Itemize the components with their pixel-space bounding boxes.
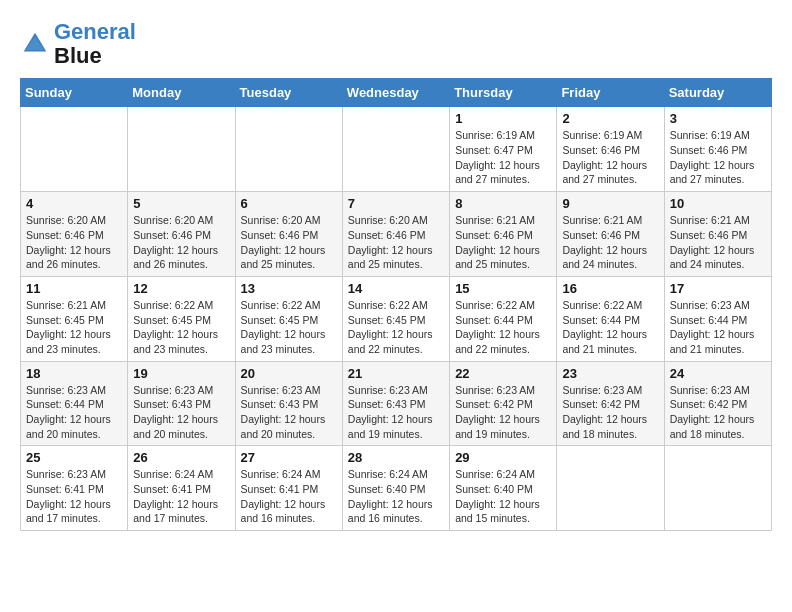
day-number: 1 bbox=[455, 111, 551, 126]
day-cell: 10Sunrise: 6:21 AMSunset: 6:46 PMDayligh… bbox=[664, 192, 771, 277]
day-info: Sunrise: 6:20 AMSunset: 6:46 PMDaylight:… bbox=[348, 213, 444, 272]
day-number: 27 bbox=[241, 450, 337, 465]
day-number: 4 bbox=[26, 196, 122, 211]
day-cell: 29Sunrise: 6:24 AMSunset: 6:40 PMDayligh… bbox=[450, 446, 557, 531]
day-cell bbox=[235, 107, 342, 192]
day-info: Sunrise: 6:23 AMSunset: 6:43 PMDaylight:… bbox=[348, 383, 444, 442]
day-cell: 2Sunrise: 6:19 AMSunset: 6:46 PMDaylight… bbox=[557, 107, 664, 192]
day-number: 29 bbox=[455, 450, 551, 465]
day-number: 12 bbox=[133, 281, 229, 296]
day-info: Sunrise: 6:20 AMSunset: 6:46 PMDaylight:… bbox=[241, 213, 337, 272]
day-cell: 21Sunrise: 6:23 AMSunset: 6:43 PMDayligh… bbox=[342, 361, 449, 446]
day-info: Sunrise: 6:23 AMSunset: 6:41 PMDaylight:… bbox=[26, 467, 122, 526]
week-row-4: 18Sunrise: 6:23 AMSunset: 6:44 PMDayligh… bbox=[21, 361, 772, 446]
day-info: Sunrise: 6:24 AMSunset: 6:41 PMDaylight:… bbox=[241, 467, 337, 526]
day-cell: 13Sunrise: 6:22 AMSunset: 6:45 PMDayligh… bbox=[235, 276, 342, 361]
day-number: 11 bbox=[26, 281, 122, 296]
day-number: 6 bbox=[241, 196, 337, 211]
day-info: Sunrise: 6:23 AMSunset: 6:43 PMDaylight:… bbox=[133, 383, 229, 442]
day-number: 3 bbox=[670, 111, 766, 126]
day-info: Sunrise: 6:21 AMSunset: 6:45 PMDaylight:… bbox=[26, 298, 122, 357]
day-number: 2 bbox=[562, 111, 658, 126]
day-cell: 11Sunrise: 6:21 AMSunset: 6:45 PMDayligh… bbox=[21, 276, 128, 361]
day-cell: 25Sunrise: 6:23 AMSunset: 6:41 PMDayligh… bbox=[21, 446, 128, 531]
day-number: 23 bbox=[562, 366, 658, 381]
day-cell: 23Sunrise: 6:23 AMSunset: 6:42 PMDayligh… bbox=[557, 361, 664, 446]
weekday-header-sunday: Sunday bbox=[21, 79, 128, 107]
day-info: Sunrise: 6:23 AMSunset: 6:42 PMDaylight:… bbox=[562, 383, 658, 442]
day-info: Sunrise: 6:20 AMSunset: 6:46 PMDaylight:… bbox=[26, 213, 122, 272]
day-number: 17 bbox=[670, 281, 766, 296]
weekday-header-saturday: Saturday bbox=[664, 79, 771, 107]
day-cell: 14Sunrise: 6:22 AMSunset: 6:45 PMDayligh… bbox=[342, 276, 449, 361]
weekday-header-monday: Monday bbox=[128, 79, 235, 107]
day-cell: 3Sunrise: 6:19 AMSunset: 6:46 PMDaylight… bbox=[664, 107, 771, 192]
day-number: 22 bbox=[455, 366, 551, 381]
day-number: 7 bbox=[348, 196, 444, 211]
day-info: Sunrise: 6:21 AMSunset: 6:46 PMDaylight:… bbox=[670, 213, 766, 272]
page-header: GeneralBlue bbox=[20, 20, 772, 68]
day-number: 21 bbox=[348, 366, 444, 381]
logo: GeneralBlue bbox=[20, 20, 136, 68]
logo-icon bbox=[20, 29, 50, 59]
day-cell: 15Sunrise: 6:22 AMSunset: 6:44 PMDayligh… bbox=[450, 276, 557, 361]
weekday-header-friday: Friday bbox=[557, 79, 664, 107]
day-cell: 19Sunrise: 6:23 AMSunset: 6:43 PMDayligh… bbox=[128, 361, 235, 446]
day-cell: 12Sunrise: 6:22 AMSunset: 6:45 PMDayligh… bbox=[128, 276, 235, 361]
weekday-header-wednesday: Wednesday bbox=[342, 79, 449, 107]
day-number: 18 bbox=[26, 366, 122, 381]
day-info: Sunrise: 6:19 AMSunset: 6:47 PMDaylight:… bbox=[455, 128, 551, 187]
day-info: Sunrise: 6:22 AMSunset: 6:45 PMDaylight:… bbox=[348, 298, 444, 357]
day-info: Sunrise: 6:23 AMSunset: 6:42 PMDaylight:… bbox=[670, 383, 766, 442]
week-row-2: 4Sunrise: 6:20 AMSunset: 6:46 PMDaylight… bbox=[21, 192, 772, 277]
day-number: 24 bbox=[670, 366, 766, 381]
day-number: 19 bbox=[133, 366, 229, 381]
day-cell: 22Sunrise: 6:23 AMSunset: 6:42 PMDayligh… bbox=[450, 361, 557, 446]
calendar-table: SundayMondayTuesdayWednesdayThursdayFrid… bbox=[20, 78, 772, 531]
day-info: Sunrise: 6:24 AMSunset: 6:41 PMDaylight:… bbox=[133, 467, 229, 526]
day-info: Sunrise: 6:24 AMSunset: 6:40 PMDaylight:… bbox=[348, 467, 444, 526]
day-number: 25 bbox=[26, 450, 122, 465]
weekday-header-row: SundayMondayTuesdayWednesdayThursdayFrid… bbox=[21, 79, 772, 107]
day-cell: 4Sunrise: 6:20 AMSunset: 6:46 PMDaylight… bbox=[21, 192, 128, 277]
weekday-header-thursday: Thursday bbox=[450, 79, 557, 107]
day-number: 20 bbox=[241, 366, 337, 381]
day-cell: 26Sunrise: 6:24 AMSunset: 6:41 PMDayligh… bbox=[128, 446, 235, 531]
week-row-5: 25Sunrise: 6:23 AMSunset: 6:41 PMDayligh… bbox=[21, 446, 772, 531]
day-info: Sunrise: 6:23 AMSunset: 6:44 PMDaylight:… bbox=[670, 298, 766, 357]
day-number: 28 bbox=[348, 450, 444, 465]
day-cell: 28Sunrise: 6:24 AMSunset: 6:40 PMDayligh… bbox=[342, 446, 449, 531]
day-info: Sunrise: 6:19 AMSunset: 6:46 PMDaylight:… bbox=[562, 128, 658, 187]
day-cell: 1Sunrise: 6:19 AMSunset: 6:47 PMDaylight… bbox=[450, 107, 557, 192]
week-row-3: 11Sunrise: 6:21 AMSunset: 6:45 PMDayligh… bbox=[21, 276, 772, 361]
day-number: 14 bbox=[348, 281, 444, 296]
day-cell bbox=[664, 446, 771, 531]
weekday-header-tuesday: Tuesday bbox=[235, 79, 342, 107]
day-info: Sunrise: 6:23 AMSunset: 6:44 PMDaylight:… bbox=[26, 383, 122, 442]
day-info: Sunrise: 6:23 AMSunset: 6:43 PMDaylight:… bbox=[241, 383, 337, 442]
day-cell: 20Sunrise: 6:23 AMSunset: 6:43 PMDayligh… bbox=[235, 361, 342, 446]
day-number: 15 bbox=[455, 281, 551, 296]
day-cell: 5Sunrise: 6:20 AMSunset: 6:46 PMDaylight… bbox=[128, 192, 235, 277]
day-cell bbox=[128, 107, 235, 192]
day-info: Sunrise: 6:19 AMSunset: 6:46 PMDaylight:… bbox=[670, 128, 766, 187]
day-number: 26 bbox=[133, 450, 229, 465]
day-info: Sunrise: 6:22 AMSunset: 6:44 PMDaylight:… bbox=[455, 298, 551, 357]
day-cell: 27Sunrise: 6:24 AMSunset: 6:41 PMDayligh… bbox=[235, 446, 342, 531]
day-number: 16 bbox=[562, 281, 658, 296]
day-cell: 9Sunrise: 6:21 AMSunset: 6:46 PMDaylight… bbox=[557, 192, 664, 277]
day-cell: 7Sunrise: 6:20 AMSunset: 6:46 PMDaylight… bbox=[342, 192, 449, 277]
day-cell bbox=[21, 107, 128, 192]
day-cell: 8Sunrise: 6:21 AMSunset: 6:46 PMDaylight… bbox=[450, 192, 557, 277]
day-info: Sunrise: 6:22 AMSunset: 6:45 PMDaylight:… bbox=[241, 298, 337, 357]
day-cell: 16Sunrise: 6:22 AMSunset: 6:44 PMDayligh… bbox=[557, 276, 664, 361]
day-number: 10 bbox=[670, 196, 766, 211]
day-info: Sunrise: 6:22 AMSunset: 6:45 PMDaylight:… bbox=[133, 298, 229, 357]
day-info: Sunrise: 6:23 AMSunset: 6:42 PMDaylight:… bbox=[455, 383, 551, 442]
day-cell: 24Sunrise: 6:23 AMSunset: 6:42 PMDayligh… bbox=[664, 361, 771, 446]
day-info: Sunrise: 6:21 AMSunset: 6:46 PMDaylight:… bbox=[562, 213, 658, 272]
day-cell: 17Sunrise: 6:23 AMSunset: 6:44 PMDayligh… bbox=[664, 276, 771, 361]
day-info: Sunrise: 6:22 AMSunset: 6:44 PMDaylight:… bbox=[562, 298, 658, 357]
week-row-1: 1Sunrise: 6:19 AMSunset: 6:47 PMDaylight… bbox=[21, 107, 772, 192]
day-info: Sunrise: 6:24 AMSunset: 6:40 PMDaylight:… bbox=[455, 467, 551, 526]
